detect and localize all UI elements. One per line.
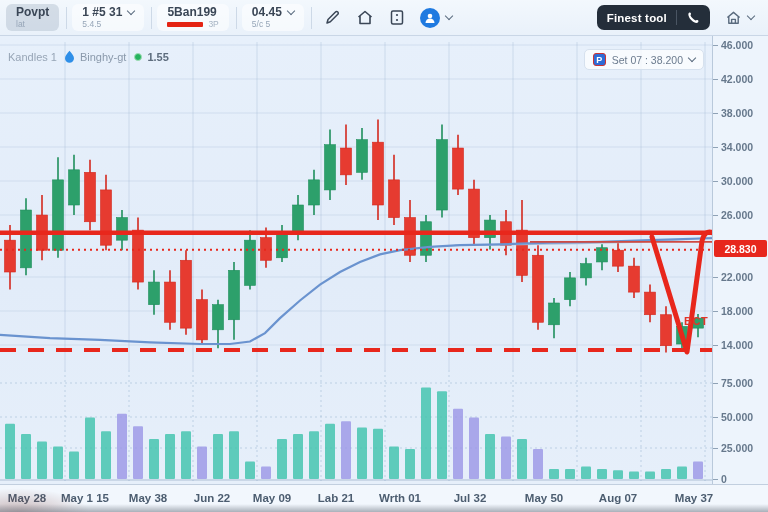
axis-price-label: 75.000	[721, 377, 753, 389]
chevron-down-icon	[747, 12, 755, 20]
axis-price-label: 38.000	[721, 107, 753, 119]
symbol-button[interactable]: Povpt lat	[6, 4, 59, 31]
chevron-down-icon	[127, 7, 135, 15]
axis-date-label: May 1 15	[61, 492, 109, 504]
axis-date-label: May 28	[8, 492, 46, 504]
axis-price-label: 46.000	[721, 39, 753, 51]
interval-button[interactable]: 1 #5 31 5.4.5	[72, 4, 144, 31]
axis-price-label: 22.000	[721, 271, 753, 283]
legend-title: Kandles 1	[8, 51, 57, 63]
indicator-label: 5Ban199	[167, 6, 218, 19]
pencil-icon	[324, 9, 341, 26]
axis-date-label: May 50	[525, 492, 563, 504]
primary-action-button[interactable]: Finest tool	[597, 5, 710, 30]
toolbar-divider	[311, 7, 312, 29]
axis-price-label: 34.000	[721, 141, 753, 153]
interval-label: 1 #5 31	[82, 6, 122, 19]
axis-price-label: 30.000	[721, 175, 753, 187]
axis-date-label: Jun 22	[194, 492, 230, 504]
status-dot-icon	[134, 53, 142, 61]
axis-price-label: 42.000	[721, 73, 753, 85]
chart-canvas[interactable]	[0, 0, 768, 512]
toolbar-divider	[66, 7, 67, 29]
home-icon	[356, 9, 374, 26]
person-icon	[424, 12, 436, 24]
chevron-down-icon	[445, 12, 453, 20]
indicator-button[interactable]: 5Ban199 3P	[157, 4, 228, 31]
home-button[interactable]	[352, 5, 378, 31]
toolbar-divider	[236, 7, 237, 29]
symbol-name: Povpt	[16, 6, 49, 19]
indicator-progress-bar	[167, 22, 203, 27]
pill-divider	[676, 10, 677, 25]
legend-source: Binghy-gt	[80, 51, 126, 63]
chevron-down-icon	[688, 54, 696, 62]
time-axis[interactable]: May 28May 1 15May 38Jun 22May 09Lab 21Wr…	[0, 484, 768, 512]
user-avatar	[420, 8, 440, 28]
price-box-sub: 5/c 5	[252, 19, 294, 29]
droplet-icon	[64, 50, 75, 63]
draw-tool-button[interactable]	[320, 5, 346, 31]
symbol-sub: lat	[16, 19, 49, 29]
chevron-down-icon	[287, 7, 295, 15]
axis-price-label: 18.000	[721, 305, 753, 317]
alert-settings-widget[interactable]: P Set 07 : 38.200	[584, 49, 704, 70]
toolbar-divider	[151, 7, 152, 29]
axis-price-label: 14.000	[721, 339, 753, 351]
axis-date-label: May 09	[253, 492, 291, 504]
workspace-menu-button[interactable]	[723, 5, 756, 31]
chart-annotation-text: BCT	[684, 315, 708, 327]
account-menu-button[interactable]	[416, 5, 456, 31]
primary-action-label: Finest tool	[607, 12, 667, 24]
price-box-button[interactable]: 04.45 5/c 5	[242, 4, 304, 31]
layout-panel-icon	[389, 9, 405, 26]
axis-price-label: 25.000	[721, 442, 753, 454]
current-price-badge: 28.830	[714, 240, 767, 257]
home-icon	[725, 10, 742, 26]
axis-date-label: Wrth 01	[379, 492, 421, 504]
axis-date-label: Jul 32	[454, 492, 487, 504]
provider-icon: P	[593, 53, 606, 66]
series-legend[interactable]: Kandles 1 Binghy-gt 1.55	[8, 50, 169, 63]
interval-sub: 5.4.5	[82, 19, 134, 29]
axis-price-label: 50.000	[721, 411, 753, 423]
axis-date-label: May 38	[129, 492, 167, 504]
alert-settings-label: Set 07 : 38.200	[612, 54, 683, 66]
indicator-badge: 3P	[208, 19, 218, 29]
phone-icon	[686, 11, 700, 25]
layout-panel-button[interactable]	[384, 5, 410, 31]
axis-date-label: Aug 07	[599, 492, 637, 504]
top-toolbar: Povpt lat 1 #5 31 5.4.5 5Ban199 3P 04.45…	[0, 0, 768, 36]
axis-date-label: May 37	[675, 492, 713, 504]
price-box-value: 04.45	[252, 6, 282, 19]
axis-price-label: 26.000	[721, 209, 753, 221]
price-axis[interactable]: 28.830 46.00042.00038.00034.00030.00026.…	[712, 36, 768, 484]
axis-date-label: Lab 21	[318, 492, 354, 504]
legend-change-value: 1.55	[147, 51, 168, 63]
trading-app-window: Povpt lat 1 #5 31 5.4.5 5Ban199 3P 04.45…	[0, 0, 768, 512]
